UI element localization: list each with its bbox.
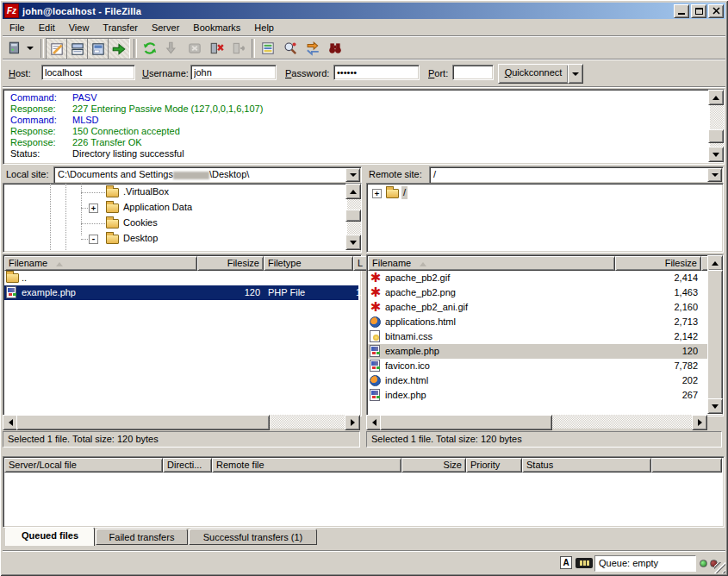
toggle-message-log-button[interactable] [46, 38, 68, 60]
menu-file[interactable]: File [3, 21, 32, 34]
local-col-filesize[interactable]: Filesize [197, 256, 264, 271]
tree-item-desktop[interactable]: Desktop [121, 232, 159, 245]
queue-col-size[interactable]: Size [401, 458, 466, 473]
find-files-button[interactable] [325, 38, 345, 59]
quickconnect-dropdown[interactable] [568, 64, 583, 84]
toggle-queue-button[interactable] [108, 38, 130, 60]
quickconnect-button[interactable]: Quickconnect [498, 64, 569, 84]
filezilla-logo-icon: Fz [4, 3, 19, 18]
queue-col-priority[interactable]: Priority [466, 458, 522, 473]
reconnect-button[interactable] [229, 38, 250, 59]
tab-queued-files[interactable]: Queued files [5, 527, 95, 546]
menu-help[interactable]: Help [247, 21, 281, 34]
file-row[interactable]: ✱ apache_pb2_ani.gif 2,160 [368, 300, 707, 315]
file-name: favicon.ico [385, 359, 430, 373]
queue-col-direction[interactable]: Directi... [163, 458, 212, 473]
file-row[interactable]: bitnami.css 2,142 [368, 329, 707, 344]
scroll-up-button[interactable] [708, 90, 724, 105]
scrollbar-thumb[interactable] [345, 210, 361, 222]
scroll-up-button[interactable] [707, 255, 723, 271]
remote-col-filesize[interactable]: Filesize [615, 256, 701, 271]
host-input[interactable] [41, 65, 135, 80]
menu-server[interactable]: Server [145, 21, 186, 34]
file-row[interactable]: applications.html 2,713 [368, 315, 707, 329]
process-queue-button[interactable] [162, 38, 183, 59]
local-site-combo[interactable]: C:\Documents and Settings\Desktop\ [53, 166, 362, 184]
maximize-button[interactable] [691, 4, 706, 18]
remote-vscrollbar[interactable] [709, 255, 723, 414]
toggle-remote-tree-button[interactable] [87, 38, 109, 60]
close-button[interactable] [708, 4, 724, 18]
remote-site-dropdown[interactable] [707, 168, 722, 182]
tree-line [50, 184, 51, 250]
file-row-parent-dir[interactable]: .. [4, 271, 358, 285]
menu-edit[interactable]: Edit [32, 21, 62, 34]
site-manager-dropdown[interactable] [24, 38, 36, 59]
tab-failed-transfers[interactable]: Failed transfers [96, 529, 188, 545]
remote-site-combo[interactable]: / [429, 166, 724, 184]
queue-col-status[interactable]: Status [522, 458, 651, 473]
refresh-button[interactable] [140, 38, 160, 59]
scrollbar-thumb[interactable] [707, 270, 723, 401]
local-col-filename[interactable]: Filename [4, 256, 197, 271]
port-label: Port: [428, 68, 448, 78]
synchronized-browsing-button[interactable] [302, 38, 323, 59]
file-row-example-php[interactable]: example.php 120 PHP File 1 [4, 285, 358, 300]
tree-item-application-data[interactable]: Application Data [121, 201, 194, 214]
menu-transfer[interactable]: Transfer [96, 21, 145, 34]
file-row[interactable]: favicon.ico 7,782 [368, 359, 707, 373]
log-scrollbar[interactable] [710, 90, 724, 162]
disconnect-button[interactable] [207, 38, 227, 59]
file-name: example.php [22, 285, 76, 300]
file-row-example-php[interactable]: example.php 120 [368, 344, 707, 359]
queue-col-server-local-file[interactable]: Server/Local file [4, 458, 163, 473]
port-input[interactable] [452, 65, 494, 80]
file-row[interactable]: ✱ apache_pb2.gif 2,414 [368, 271, 707, 285]
tree-item-cookies[interactable]: Cookies [121, 216, 159, 229]
username-input[interactable] [190, 65, 277, 80]
remote-hscrollbar[interactable] [366, 415, 707, 429]
tab-successful-transfers[interactable]: Successful transfers (1) [189, 529, 317, 545]
compare-button[interactable] [280, 38, 301, 59]
collapse-minus-icon[interactable]: - [89, 235, 98, 244]
scroll-down-button[interactable] [708, 147, 724, 162]
file-row[interactable]: index.php 267 [368, 388, 707, 403]
message-log: Command:PASV Response:227 Entering Passi… [3, 89, 725, 165]
scroll-right-button[interactable] [692, 415, 707, 430]
titlebar[interactable]: Fz john@localhost - FileZilla [3, 3, 725, 19]
menu-view[interactable]: View [62, 21, 96, 34]
queue-col-remote-file[interactable]: Remote file [212, 458, 401, 473]
scroll-down-button[interactable] [707, 398, 723, 414]
menu-bookmarks[interactable]: Bookmarks [186, 21, 247, 34]
file-size: 2,160 [616, 300, 698, 315]
minimize-button[interactable] [674, 4, 689, 18]
file-row[interactable]: ✱ apache_pb2.png 1,463 [368, 285, 707, 300]
scrollbar-thumb[interactable] [16, 415, 270, 430]
tree-item-root[interactable]: / [401, 186, 408, 199]
file-name: index.php [385, 388, 426, 403]
local-site-dropdown[interactable] [345, 168, 360, 182]
resize-grip[interactable] [714, 562, 725, 573]
filter-button[interactable] [258, 38, 278, 59]
site-manager-dropdown-icon [27, 47, 34, 50]
scroll-right-button[interactable] [345, 415, 360, 430]
remote-col-filename[interactable]: Filename [368, 256, 615, 271]
local-tree-scrollbar[interactable] [347, 184, 361, 250]
expand-plus-icon[interactable]: + [89, 203, 98, 213]
cancel-button[interactable] [184, 38, 205, 59]
site-manager-button[interactable] [4, 38, 25, 59]
password-input[interactable] [333, 65, 420, 80]
file-row[interactable]: index.html 202 [368, 373, 707, 388]
local-col-filetype[interactable]: Filetype [264, 256, 353, 271]
toggle-local-tree-button[interactable] [66, 38, 89, 60]
tree-item-virtualbox[interactable]: .VirtualBox [121, 185, 171, 198]
local-hscrollbar[interactable] [3, 415, 360, 429]
file-name: apache_pb2_ani.gif [385, 300, 468, 315]
scrollbar-thumb[interactable] [708, 129, 724, 143]
expand-plus-icon[interactable]: + [372, 189, 382, 198]
scroll-down-button[interactable] [345, 235, 361, 250]
divider [3, 550, 725, 552]
left-arrow-icon [372, 419, 376, 426]
scrollbar-thumb[interactable] [380, 415, 552, 430]
scroll-up-button[interactable] [345, 184, 361, 199]
